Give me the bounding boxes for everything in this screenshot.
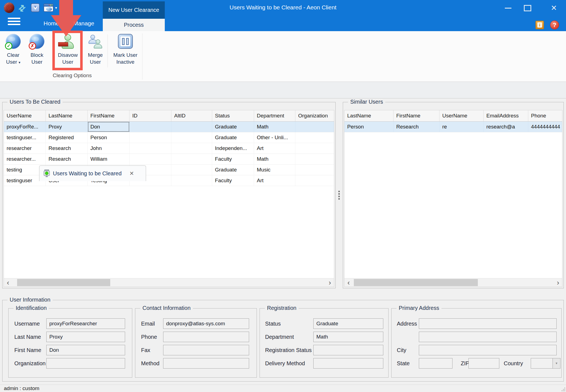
grid-cell[interactable]: [171, 132, 212, 143]
resize-grip[interactable]: [562, 388, 565, 391]
merge-user-button[interactable]: MergeUser: [84, 33, 106, 78]
country-dropdown[interactable]: ▾: [531, 358, 560, 369]
grid-cell[interactable]: Person: [344, 122, 393, 132]
grid-cell[interactable]: researcher: [4, 143, 46, 154]
scroll-right-icon[interactable]: ›: [554, 278, 562, 287]
column-header[interactable]: Status: [212, 110, 254, 121]
tab-close-icon[interactable]: ✕: [129, 170, 134, 177]
grid-cell[interactable]: re: [440, 122, 484, 132]
grid-cell[interactable]: Math: [254, 154, 295, 164]
grid-cell[interactable]: [130, 154, 171, 164]
grid-cell[interactable]: [171, 165, 212, 175]
grid-cell[interactable]: [130, 122, 171, 132]
scrollbar-thumb[interactable]: [17, 279, 110, 286]
email-field[interactable]: donproxy@atlas-sys.com: [163, 318, 249, 329]
grid-cell[interactable]: [130, 132, 171, 143]
clear-user-button[interactable]: ✓ Clear User ▾: [2, 33, 24, 78]
table-row[interactable]: researcherResearchJohnIndependen...Art: [4, 143, 334, 154]
grid-cell[interactable]: Don: [88, 122, 130, 132]
help-icon[interactable]: ?: [550, 20, 559, 29]
grid-cell[interactable]: Art: [254, 175, 295, 186]
address-line2-field[interactable]: [419, 332, 557, 342]
grid-cell[interactable]: [295, 175, 334, 186]
grid-cell[interactable]: [171, 154, 212, 164]
table-row[interactable]: proxyForRe...ProxyDonGraduateMath: [4, 122, 334, 132]
grid-cell[interactable]: [171, 122, 212, 132]
grid-cell[interactable]: [171, 175, 212, 186]
column-header[interactable]: AltID: [171, 110, 212, 121]
column-header[interactable]: UserName: [440, 110, 484, 121]
grid-cell[interactable]: Other - Unli...: [254, 132, 295, 143]
maximize-button[interactable]: [521, 3, 533, 13]
grid-cell[interactable]: [295, 132, 334, 143]
info-icon[interactable]: i: [535, 21, 544, 29]
grid-cell[interactable]: proxyForRe...: [4, 122, 46, 132]
scroll-right-icon[interactable]: ›: [326, 278, 334, 287]
heart-box-icon[interactable]: ♥ ∨: [31, 3, 40, 12]
horizontal-scrollbar[interactable]: ‹ ›: [4, 278, 334, 287]
grid-cell[interactable]: [295, 165, 334, 175]
close-button[interactable]: ✕: [548, 3, 560, 13]
grid-cell[interactable]: Music: [254, 165, 295, 175]
table-row[interactable]: researcher...ResearchWilliamFacultyMath: [4, 154, 334, 165]
grid-cell[interactable]: [295, 154, 334, 164]
scroll-left-icon[interactable]: ‹: [4, 278, 12, 287]
mark-user-inactive-button[interactable]: Mark UserInactive: [109, 33, 142, 78]
ribbon-tab-process[interactable]: Process: [103, 19, 165, 31]
column-header[interactable]: ID: [130, 110, 171, 121]
grid-cell[interactable]: Graduate: [212, 132, 254, 143]
panel-splitter[interactable]: [338, 190, 340, 201]
block-user-button[interactable]: ✗ BlockUser: [25, 33, 48, 78]
table-row[interactable]: PersonResearchreresearch@a4444444444: [344, 122, 562, 132]
last-name-field[interactable]: Proxy: [46, 332, 125, 342]
table-row[interactable]: testinguser...RegisteredPersonGraduateOt…: [4, 132, 334, 143]
department-field[interactable]: Math: [313, 332, 383, 342]
organization-field[interactable]: [46, 358, 125, 369]
sync-icon[interactable]: ⇄: [14, 1, 29, 15]
delivery-method-field[interactable]: [313, 358, 383, 369]
combo-dropdown-icon[interactable]: ▾: [552, 358, 560, 368]
column-header[interactable]: FirstName: [88, 110, 130, 121]
grid-cell[interactable]: Proxy: [46, 122, 88, 132]
grid-cell[interactable]: Art: [254, 143, 295, 154]
registration-status-field[interactable]: [313, 345, 383, 355]
city-field[interactable]: [419, 345, 557, 355]
column-header[interactable]: LastName: [46, 110, 88, 121]
column-header[interactable]: EmailAddress: [484, 110, 528, 121]
column-header[interactable]: FirstName: [393, 110, 440, 121]
doc-tab-users-waiting[interactable]: Users Waiting to be Cleared ✕: [39, 165, 146, 181]
grid-cell[interactable]: [171, 143, 212, 154]
grid-cell[interactable]: Graduate: [212, 165, 254, 175]
grid-cell[interactable]: [130, 143, 171, 154]
method-field[interactable]: [163, 358, 249, 369]
grid-cell[interactable]: [295, 122, 334, 132]
state-field[interactable]: [419, 358, 452, 369]
horizontal-scrollbar[interactable]: ‹ ›: [344, 278, 562, 287]
grid-cell[interactable]: Research: [46, 143, 88, 154]
grid-cell[interactable]: Research: [393, 122, 440, 132]
first-name-field[interactable]: Don: [46, 345, 125, 355]
column-header[interactable]: UserName: [4, 110, 46, 121]
grid-cell[interactable]: [295, 143, 334, 154]
grid-cell[interactable]: Graduate: [212, 122, 254, 132]
scroll-left-icon[interactable]: ‹: [344, 278, 353, 287]
grid-cell[interactable]: Independen...: [212, 143, 254, 154]
grid-cell[interactable]: Faculty: [212, 154, 254, 164]
grid-cell[interactable]: Research: [46, 154, 88, 164]
username-field[interactable]: proxyForResearcher: [46, 318, 125, 329]
column-header[interactable]: LastName: [344, 110, 393, 121]
column-header[interactable]: Department: [254, 110, 295, 121]
column-header[interactable]: Phone: [528, 110, 562, 121]
status-field[interactable]: Graduate: [313, 318, 383, 329]
grid-cell[interactable]: John: [88, 143, 130, 154]
scrollbar-thumb[interactable]: [354, 279, 478, 286]
grid-cell[interactable]: researcher...: [4, 154, 46, 164]
grid-cell[interactable]: Faculty: [212, 175, 254, 186]
app-menu-button[interactable]: [8, 18, 20, 26]
grid-cell[interactable]: Math: [254, 122, 295, 132]
grid-cell[interactable]: William: [88, 154, 130, 164]
address-line1-field[interactable]: [419, 318, 557, 329]
minimize-button[interactable]: [502, 3, 514, 13]
grid-cell[interactable]: 4444444444: [528, 122, 562, 132]
column-header[interactable]: Organization: [295, 110, 334, 121]
